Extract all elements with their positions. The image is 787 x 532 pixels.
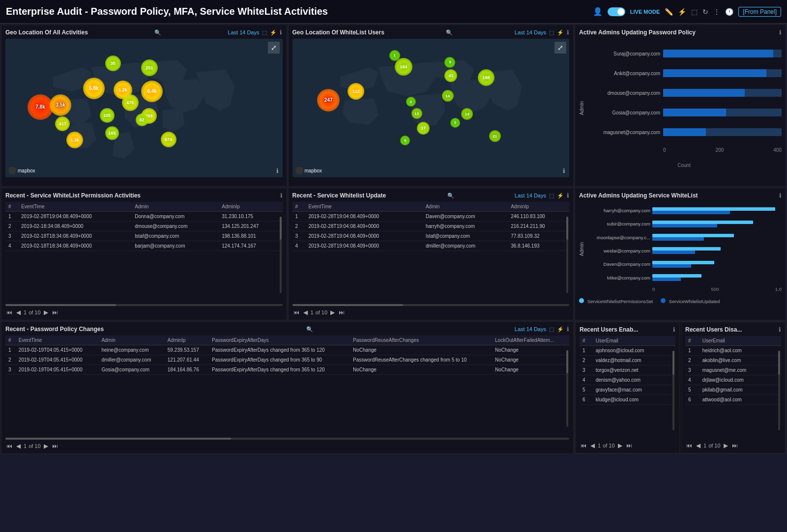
blob-247: 247 — [317, 89, 340, 112]
cell-ip: 246.110.83.100 — [508, 212, 569, 222]
map-info-icon-2[interactable]: ℹ — [563, 168, 565, 174]
last-page-button[interactable]: ⏭ — [625, 442, 633, 449]
panel-label[interactable]: [From Panel] — [738, 7, 781, 17]
whitelist-update-table: # EventTime Admin AdminIp 1 2019-02-28T1… — [292, 202, 570, 251]
last-page-button[interactable]: ⏭ — [731, 442, 739, 449]
next-page-button[interactable]: ▶ — [617, 442, 623, 449]
table-row: 4 2019-02-28T19:04:08.409+0000 dmiller@c… — [292, 241, 570, 251]
first-page-button[interactable]: ⏮ — [5, 309, 13, 316]
whitelist-permissions-controls: ℹ — [280, 192, 283, 199]
active-admins-password-info-icon[interactable]: ℹ — [779, 29, 782, 36]
prev-page-button[interactable]: ◀ — [302, 309, 309, 316]
vertical-scrollbar-4[interactable] — [672, 351, 674, 430]
geo-whitelist-filter-icon[interactable]: ⚡ — [557, 29, 564, 36]
multi-bar-row-2: moonlapse@company.c... — [586, 233, 782, 242]
active-admins-password-chart-wrapper: Admin Suraj@company.com Ankit@company.co… — [579, 39, 782, 177]
geo-whitelist-search-icon: 🔍 — [446, 29, 453, 36]
next-page-button[interactable]: ▶ — [43, 309, 49, 316]
first-page-button[interactable]: ⏮ — [5, 443, 13, 449]
whitelist-permissions-info-icon[interactable]: ℹ — [280, 192, 283, 199]
multi-bar-track-2 — [652, 234, 782, 241]
last-page-button[interactable]: ⏭ — [51, 443, 59, 449]
users-disabled-info-icon[interactable]: ℹ — [779, 326, 781, 333]
prev-page-button[interactable]: ◀ — [589, 442, 596, 449]
blob-9: 9 — [444, 57, 455, 68]
geo-all-info-icon[interactable]: ℹ — [280, 29, 282, 36]
next-page-button[interactable]: ▶ — [329, 309, 336, 316]
geo-whitelist-copy-icon[interactable]: ⬚ — [549, 29, 554, 36]
page-num: 1 — [598, 443, 601, 448]
cell-email: akoblin@live.com — [700, 356, 781, 365]
next-page-button[interactable]: ▶ — [43, 443, 49, 449]
table-row: 5 pkilab@gmail.com — [685, 385, 781, 395]
cell-num: 4 — [685, 375, 700, 385]
first-page-button[interactable]: ⏮ — [292, 309, 300, 316]
cell-email: denism@yahoo.com — [593, 375, 675, 385]
users-enabled-info-icon[interactable]: ℹ — [673, 326, 675, 333]
last-page-button[interactable]: ⏭ — [338, 309, 346, 316]
multi-bar-row-4: Daven@company.com — [586, 260, 782, 269]
bar-label-1: Ankit@company.com — [586, 71, 660, 76]
cell-num: 2 — [685, 356, 700, 365]
map-info-icon[interactable]: ℹ — [276, 168, 279, 174]
cell-time: 2019-02-18:34:08.409+0000 — [18, 222, 132, 231]
whitelist-permissions-title: Recent - Service WhiteList Permission Ac… — [5, 192, 141, 199]
cell-time: 2019-02-19T04:05.415+0000 — [16, 365, 99, 375]
whitelist-update-info-icon[interactable]: ℹ — [567, 192, 569, 199]
col-num: # — [580, 336, 593, 346]
geo-all-filter-icon[interactable]: ⚡ — [270, 29, 277, 36]
live-mode-label: LIVE MODE — [630, 9, 660, 15]
col-adminip: AdminIp — [165, 336, 209, 345]
cell-admin: dmiller@company.com — [98, 355, 164, 365]
expand-button[interactable]: ⤢ — [268, 42, 280, 54]
table-row: 6 kludge@icloud.com — [580, 395, 675, 405]
password-changes-copy-icon[interactable]: ⬚ — [549, 326, 554, 333]
horizontal-scrollbar-2[interactable] — [292, 304, 570, 306]
cell-admin: lstaf@company.com — [423, 231, 508, 241]
live-mode-toggle[interactable] — [608, 7, 625, 16]
prev-page-button[interactable]: ◀ — [15, 443, 22, 449]
cell-expiry: PasswordExpiryAfterDays changed from 365… — [209, 345, 350, 355]
last-page-button[interactable]: ⏭ — [51, 309, 59, 316]
cell-admin: Donna@company.com — [132, 212, 219, 222]
prev-page-button[interactable]: ◀ — [695, 442, 701, 449]
share-icon[interactable]: ⬚ — [691, 8, 698, 16]
filter-icon[interactable]: ⚡ — [678, 8, 686, 16]
mapbox-logo — [8, 167, 16, 174]
clock-icon[interactable]: 🕐 — [725, 8, 733, 16]
expand-button-2[interactable]: ⤢ — [554, 42, 566, 54]
password-changes-info-icon[interactable]: ℹ — [567, 326, 569, 333]
blob-1-w: 1 — [389, 50, 400, 61]
vertical-scrollbar-3[interactable] — [566, 350, 568, 427]
geo-whitelist-info-icon[interactable]: ℹ — [567, 29, 569, 36]
table-row: 4 denism@yahoo.com — [580, 375, 675, 385]
geo-all-search-icon: 🔍 — [154, 29, 161, 36]
horizontal-scrollbar[interactable] — [5, 304, 283, 306]
whitelist-update-copy-icon[interactable]: ⬚ — [549, 193, 554, 199]
first-page-button[interactable]: ⏮ — [580, 442, 587, 449]
password-changes-filter-icon[interactable]: ⚡ — [557, 326, 564, 333]
geo-whitelist-map: 247 112 184 1 9 41 198 14 14 3 13 3 37 5… — [292, 39, 570, 177]
prev-page-button[interactable]: ◀ — [15, 309, 22, 316]
vertical-scrollbar-5[interactable] — [778, 351, 780, 430]
table-row: 1 ajohnson@icloud.com — [580, 346, 675, 356]
cell-num: 6 — [685, 395, 700, 405]
active-admins-whitelist-info-icon[interactable]: ℹ — [779, 192, 782, 199]
whitelist-update-filter-icon[interactable]: ⚡ — [557, 193, 564, 199]
edit-icon[interactable]: ✏️ — [665, 8, 673, 16]
cell-time: 2019-02-18T18:34:08.409+0000 — [18, 231, 132, 241]
multi-bar-label-4: Daven@company.com — [586, 261, 650, 267]
vertical-scrollbar[interactable] — [280, 217, 282, 293]
geo-all-copy-icon[interactable]: ⬚ — [262, 29, 267, 36]
horizontal-scrollbar-3[interactable] — [5, 438, 569, 440]
bar-row-1: Ankit@company.com — [586, 68, 782, 79]
whitelist-update-table-wrapper: # EventTime Admin AdminIp 1 2019-02-28T1… — [292, 202, 570, 303]
blob-475: 475 — [122, 94, 139, 111]
col-eventtime: EventTime — [18, 202, 132, 212]
more-icon[interactable]: ⋮ — [713, 8, 720, 16]
y-axis-label-2: Admin — [579, 242, 584, 256]
refresh-icon[interactable]: ↻ — [702, 8, 708, 16]
first-page-button[interactable]: ⏮ — [685, 442, 693, 449]
vertical-scrollbar-2[interactable] — [566, 217, 568, 293]
next-page-button[interactable]: ▶ — [723, 442, 729, 449]
